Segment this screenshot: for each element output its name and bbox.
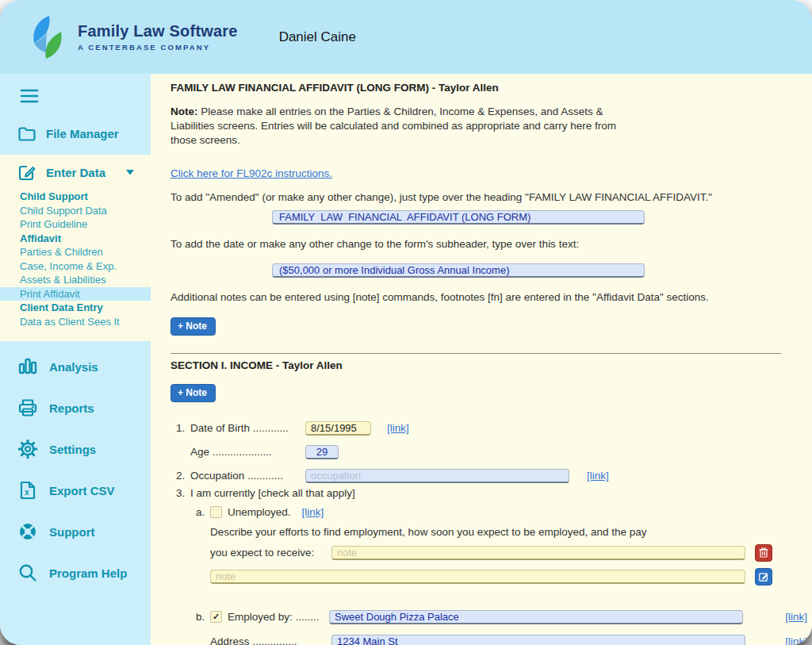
second-note-input[interactable] <box>210 570 745 584</box>
sidebar-subitem-child-support[interactable]: Child Support <box>0 190 151 204</box>
address-row: Address ............... [link] <box>170 634 812 645</box>
employer-link[interactable]: [link] <box>785 611 807 623</box>
sidebar-subitem-parties-children[interactable]: Parties & Children <box>0 245 151 259</box>
sidebar-subitem-print-affidavit[interactable]: Print Affidavit <box>0 287 151 301</box>
employer-input[interactable] <box>329 610 743 624</box>
item-number: 2. <box>170 470 190 482</box>
sidebar-item-label: Analysis <box>49 360 98 374</box>
add-note-button[interactable]: + Note <box>170 384 216 402</box>
age-row: Age .................... <box>170 444 812 460</box>
sidebar-subitem-data-as-client-sees-it[interactable]: Data as Client Sees It <box>0 315 151 329</box>
note-label: Note: <box>170 106 198 117</box>
efforts-note-input[interactable] <box>331 546 745 560</box>
currently-label: I am currently [check all that apply] <box>190 487 355 499</box>
note-paragraph: Note: Please make all entries on the Par… <box>170 105 634 148</box>
trash-icon <box>759 547 768 558</box>
sidebar-item-settings[interactable]: Settings <box>17 438 151 460</box>
sidebar-subitem-assets-liabilities[interactable]: Assets & Liabilities <box>0 273 151 287</box>
dob-input[interactable] <box>305 421 371 436</box>
item-number: 3. <box>170 487 190 499</box>
sidebar-item-file-manager[interactable]: File Manager <box>17 125 151 142</box>
app-header: Family Law Software A CENTERBASE COMPANY… <box>0 0 812 74</box>
edit-icon <box>759 572 768 582</box>
age-input[interactable] <box>305 445 339 459</box>
section-divider <box>170 353 781 354</box>
add-note-button[interactable]: + Note <box>170 317 216 336</box>
address-input[interactable] <box>331 635 745 645</box>
note-text: Please make all entries on the Parties &… <box>170 106 616 146</box>
chevron-down-icon <box>126 170 134 175</box>
dob-link[interactable]: [link] <box>387 422 409 434</box>
user-name: Daniel Caine <box>279 29 356 45</box>
occupation-row: 2. Occupation ............ [link] <box>170 468 812 484</box>
describe-text: Describe your efforts to find employment… <box>210 526 812 538</box>
sidebar-subitem-child-support-data[interactable]: Child Support Data <box>0 204 151 218</box>
search-icon <box>17 562 38 583</box>
unemployed-label: Unemployed. <box>228 506 291 518</box>
occupation-label: Occupation ............ <box>190 470 305 482</box>
sidebar-item-label: Settings <box>49 443 96 456</box>
employed-label: Employed by: ........ <box>228 611 329 623</box>
unemployed-row: a. Unemployed. [link] <box>170 505 812 520</box>
sidebar-subitem-print-guideline[interactable]: Print Guideline <box>0 217 151 232</box>
currently-row: 3. I am currently [check all that apply] <box>170 487 812 500</box>
main-content: FAMILY LAW FINANCIAL AFFIDAVIT (LONG FOR… <box>151 74 812 645</box>
occupation-input[interactable] <box>305 469 569 483</box>
unemployed-checkbox[interactable] <box>210 506 222 518</box>
edit-note-button[interactable] <box>755 568 772 585</box>
file-export-icon: x <box>17 480 38 501</box>
sidebar-subitem-case-income-exp[interactable]: Case, Income & Exp. <box>0 259 151 274</box>
logo-leaf-icon <box>27 14 68 60</box>
unemployed-link[interactable]: [link] <box>302 506 324 518</box>
sidebar-item-label: Enter Data <box>46 166 105 179</box>
enter-data-sublist: Child Support Child Support Data Print G… <box>0 190 151 328</box>
age-label: Age .................... <box>190 446 305 458</box>
dob-row: 1. Date of Birth ............ [link] <box>170 420 812 436</box>
dob-label: Date of Birth ............ <box>190 422 305 434</box>
item-number: 1. <box>170 422 190 434</box>
employed-checkbox[interactable]: ✓ <box>210 611 222 623</box>
folder-icon <box>17 125 36 142</box>
life-ring-icon <box>17 521 38 542</box>
sidebar-nav: Analysis Reports <box>0 355 151 584</box>
bar-chart-icon <box>17 356 38 377</box>
page-title: FAMILY LAW FINANCIAL AFFIDAVIT (LONG FOR… <box>170 82 812 94</box>
printer-icon <box>17 397 38 418</box>
sidebar-item-enter-data[interactable]: Enter Data <box>17 163 151 182</box>
heading-hint: To add "Amended" (or make any other chan… <box>170 191 812 203</box>
address-link[interactable]: [link] <box>785 635 807 645</box>
sidebar-item-program-help[interactable]: Program Help <box>17 562 151 584</box>
sidebar-item-label: Program Help <box>49 566 127 580</box>
sidebar-item-label: Support <box>49 525 95 539</box>
sidebar-item-label: Reports <box>49 401 94 415</box>
subheader-hint: To add the date or make any other change… <box>170 238 812 250</box>
affidavit-subheader-input[interactable] <box>272 263 645 278</box>
sidebar: File Manager Enter Data Child Support Ch… <box>0 74 151 645</box>
occupation-link[interactable]: [link] <box>587 470 609 482</box>
affidavit-heading-input[interactable] <box>272 210 645 225</box>
hamburger-menu-icon[interactable] <box>20 88 39 104</box>
svg-text:x: x <box>25 488 29 497</box>
sidebar-item-support[interactable]: Support <box>17 520 151 543</box>
sidebar-subitem-client-data-entry[interactable]: Client Data Entry <box>0 301 151 315</box>
sidebar-item-export-csv[interactable]: x Export CSV <box>17 479 151 501</box>
expect-pay-row: you expect to receive: <box>170 545 812 561</box>
app-logo: Family Law Software A CENTERBASE COMPANY <box>27 14 238 60</box>
sidebar-subitem-affidavit[interactable]: Affidavit <box>0 232 151 246</box>
notes-hint: Additional notes can be entered using [n… <box>170 291 812 303</box>
edit-pencil-icon <box>17 163 36 182</box>
sidebar-item-reports[interactable]: Reports <box>17 397 151 419</box>
app-window: Family Law Software A CENTERBASE COMPANY… <box>0 0 812 645</box>
sidebar-item-label: File Manager <box>46 127 119 140</box>
logo-text: Family Law Software A CENTERBASE COMPANY <box>78 22 238 52</box>
sidebar-item-analysis[interactable]: Analysis <box>17 355 151 378</box>
logo-subtitle: A CENTERBASE COMPANY <box>78 43 238 52</box>
section-title: SECTION I. INCOME - Taylor Allen <box>170 359 812 371</box>
fl902c-instructions-link[interactable]: Click here for FL902c instructions. <box>170 167 332 179</box>
enter-data-section: Enter Data Child Support Child Support D… <box>0 155 151 341</box>
employed-row: b. ✓ Employed by: ........ [link] <box>170 609 812 625</box>
gear-icon <box>17 439 38 459</box>
sidebar-item-label: Export CSV <box>49 484 115 497</box>
item-letter: b. <box>190 611 210 623</box>
delete-note-button[interactable] <box>755 544 772 562</box>
